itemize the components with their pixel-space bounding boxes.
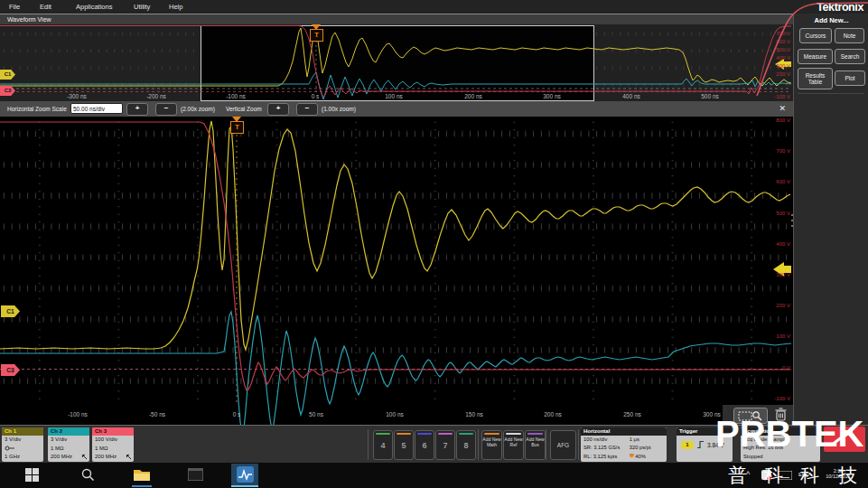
main-ch2-trace bbox=[0, 312, 791, 425]
ch1-probe-row bbox=[2, 445, 43, 454]
overview-x-tick: 200 ns bbox=[453, 93, 493, 99]
ch2-label: Ch 2 bbox=[48, 427, 89, 436]
overview-v-tick: 700 V bbox=[760, 31, 790, 36]
scope-app-icon[interactable] bbox=[237, 466, 254, 483]
menu-help[interactable]: Help bbox=[169, 3, 182, 11]
explorer-active-underline bbox=[132, 485, 152, 487]
main-x-tick: 200 ns bbox=[533, 411, 573, 418]
main-v-tick: 0 V bbox=[760, 365, 790, 371]
settings-bar: Ch 1 3 V/div 1 GHz Ch 2 3 V/div 1 MΩ 200… bbox=[0, 425, 868, 464]
menu-file[interactable]: File bbox=[9, 3, 20, 11]
v-zoom-in-button[interactable]: + bbox=[267, 103, 289, 116]
ch2-bandwidth: 200 MHz bbox=[48, 453, 89, 462]
horizontal-badge[interactable]: Horizontal 100 ns/div1 µs SR: 3.125 GS/s… bbox=[581, 427, 667, 462]
add-new-ref-button[interactable]: Add New Ref bbox=[503, 430, 524, 460]
channel-4-button[interactable]: 4 bbox=[373, 430, 393, 460]
main-v-tick: 800 V bbox=[760, 117, 790, 123]
channel-7-button[interactable]: 7 bbox=[435, 430, 455, 460]
trigger-source-pill: 1 bbox=[681, 441, 694, 449]
search-button[interactable]: Search bbox=[835, 49, 865, 64]
trigger-position-icon bbox=[630, 454, 634, 458]
overview-v-tick: 200 V bbox=[760, 71, 790, 77]
main-v-tick: 600 V bbox=[760, 179, 790, 184]
add-new-bus-button[interactable]: Add New Bus bbox=[525, 430, 546, 460]
overview-trigger-flag[interactable]: T bbox=[310, 29, 323, 42]
main-traces bbox=[0, 117, 793, 425]
main-x-tick: -50 ns bbox=[137, 411, 177, 418]
menu-applications[interactable]: Applications bbox=[76, 3, 112, 11]
v-zoom-factor-label: (1.00x zoom) bbox=[322, 106, 356, 112]
trigger-badge[interactable]: Trigger 1 3.84 V bbox=[677, 427, 733, 462]
trigger-level: 3.84 V bbox=[707, 442, 724, 448]
bottom-right-tools-area bbox=[723, 405, 793, 425]
v-zoom-out-button[interactable]: − bbox=[296, 103, 318, 116]
horizontal-resolution: 320 ps/pt bbox=[630, 444, 664, 452]
overview-x-tick: -300 ns bbox=[57, 93, 97, 99]
bandwidth-limit-icon bbox=[126, 454, 132, 460]
results-sidebar: Add New... Cursors Note Measure Search R… bbox=[793, 14, 868, 425]
channel-6-button[interactable]: 6 bbox=[415, 430, 434, 460]
console-window-icon[interactable] bbox=[188, 468, 203, 481]
h-zoom-out-button[interactable]: − bbox=[155, 103, 177, 116]
tab-waveform-view[interactable]: Waveform View bbox=[7, 16, 51, 23]
tray-clock[interactable]: 2:38 10/12/2021 bbox=[815, 468, 862, 479]
horizontal-zoom-scale-label: Horizontal Zoom Scale bbox=[7, 106, 67, 112]
tray-language[interactable]: ENG bbox=[798, 472, 809, 477]
menu-bar: File Edit Applications Utility Help Tekt… bbox=[0, 0, 868, 14]
channel-badge-ch1[interactable]: Ch 1 3 V/div 1 GHz bbox=[2, 427, 43, 462]
tray-notification-icon[interactable] bbox=[761, 470, 772, 481]
acquisition-line1: Acq Mode: Sample bbox=[741, 436, 820, 444]
add-new-title: Add New... bbox=[794, 16, 868, 24]
main-x-tick: 50 ns bbox=[296, 411, 336, 418]
main-x-tick: -100 ns bbox=[58, 411, 98, 418]
divider bbox=[578, 429, 579, 460]
acquisition-badge[interactable]: Acquisition Acq Mode: Sample High Res: 1… bbox=[741, 427, 820, 462]
channel-8-button[interactable]: 8 bbox=[456, 430, 476, 460]
channel-5-button[interactable]: 5 bbox=[394, 430, 414, 460]
plot-button[interactable]: Plot bbox=[835, 70, 865, 86]
menu-edit[interactable]: Edit bbox=[40, 3, 51, 11]
start-button-icon[interactable] bbox=[25, 468, 39, 482]
menu-utility[interactable]: Utility bbox=[134, 3, 150, 11]
overview-x-tick: 0 s bbox=[295, 93, 335, 99]
tray-chevron-icon[interactable]: ^ bbox=[746, 470, 750, 479]
sidebar-splitter-grip[interactable] bbox=[791, 214, 795, 227]
note-button[interactable]: Note bbox=[835, 28, 864, 43]
windows-taskbar: ^ ENG 2:38 10/12/2021 bbox=[0, 463, 868, 488]
trash-icon[interactable] bbox=[773, 406, 789, 423]
zoom-toolbar: Horizontal Zoom Scale + − (2.00x zoom) V… bbox=[0, 101, 793, 117]
measure-button[interactable]: Measure bbox=[798, 49, 833, 64]
draw-a-box-zoom-button[interactable] bbox=[733, 408, 768, 424]
results-table-button[interactable]: Results Table bbox=[798, 68, 833, 89]
horizontal-zoom-scale-input[interactable] bbox=[70, 103, 123, 114]
main-x-tick: 100 ns bbox=[375, 411, 415, 418]
main-ch1-trace bbox=[0, 121, 790, 350]
cursors-button[interactable]: Cursors bbox=[799, 28, 832, 43]
channel-badge-ch2[interactable]: Ch 2 3 V/div 1 MΩ 200 MHz bbox=[48, 427, 89, 462]
h-zoom-in-button[interactable]: + bbox=[126, 103, 148, 116]
divider bbox=[546, 429, 546, 460]
ch1-scale: 3 V/div bbox=[2, 436, 43, 445]
ch3-impedance: 1 MΩ bbox=[92, 445, 134, 454]
main-trigger-flag[interactable]: T bbox=[230, 121, 244, 134]
bandwidth-limit-icon bbox=[81, 454, 88, 460]
overview-x-tick: 300 ns bbox=[532, 93, 572, 99]
overview-v-tick: -100 V bbox=[760, 94, 790, 99]
add-new-math-button[interactable]: Add New Math bbox=[481, 430, 502, 460]
channel-badge-ch3[interactable]: Ch 3 100 V/div 1 MΩ 200 MHz bbox=[92, 427, 134, 462]
touch-keyboard-icon[interactable] bbox=[778, 471, 792, 480]
horizontal-window: 1 µs bbox=[630, 436, 664, 444]
ch2-impedance: 1 MΩ bbox=[48, 445, 89, 454]
afg-button[interactable]: AFG bbox=[550, 430, 576, 460]
main-v-tick: -100 V bbox=[760, 396, 790, 401]
trigger-title: Trigger bbox=[677, 427, 733, 436]
file-explorer-icon[interactable] bbox=[134, 468, 150, 481]
tektronix-logo: Tektronix bbox=[817, 1, 863, 14]
ch3-scale: 100 V/div bbox=[92, 436, 134, 445]
acquisition-line3: Stopped bbox=[741, 453, 820, 461]
close-zoom-icon[interactable]: ✕ bbox=[779, 104, 786, 113]
taskbar-search-icon[interactable] bbox=[81, 468, 95, 482]
main-v-tick: 100 V bbox=[760, 333, 790, 339]
overview-x-tick: 100 ns bbox=[374, 93, 414, 99]
horizontal-scale: 100 ns/div bbox=[583, 436, 630, 444]
